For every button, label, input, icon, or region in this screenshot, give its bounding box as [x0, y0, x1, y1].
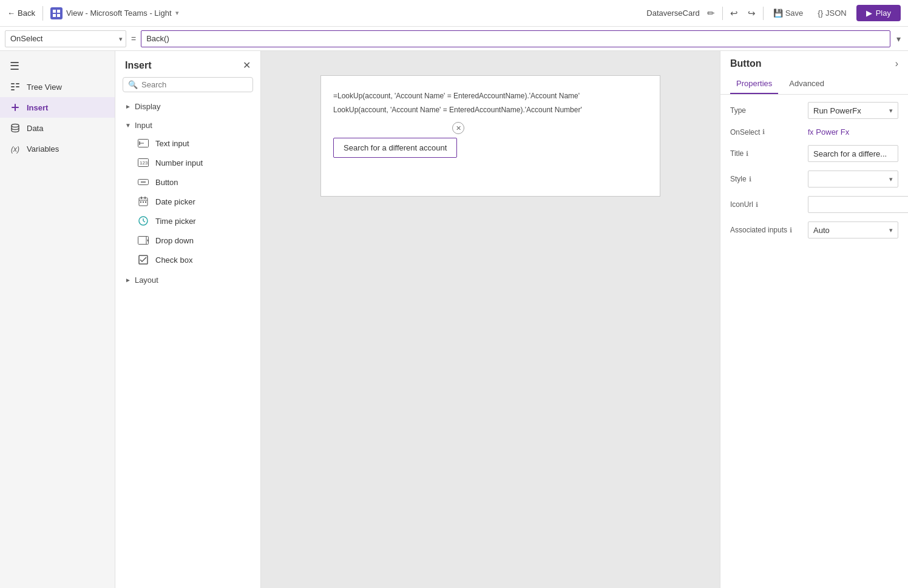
onselect-powerfx[interactable]: fx Power Fx [808, 127, 898, 137]
onselect-label: OnSelect ℹ [730, 128, 803, 137]
insert-text-input[interactable]: Text input [115, 133, 260, 153]
right-panel-tabs: Properties Advanced [720, 74, 908, 95]
svg-rect-24 [140, 201, 141, 203]
drop-down-icon: ▾ [137, 234, 149, 246]
title-input[interactable]: Search for a differe... [808, 145, 898, 162]
tab-advanced[interactable]: Advanced [783, 74, 830, 94]
play-button[interactable]: ▶ Play [856, 5, 901, 21]
insert-button[interactable]: Button [115, 172, 260, 192]
canvas-close-button[interactable]: ✕ [452, 122, 464, 134]
formulabar: OnSelect = ▾ [0, 27, 908, 51]
prop-row-style: Style ℹ ▾ [730, 171, 898, 188]
tree-view-icon [10, 81, 21, 92]
svg-rect-10 [12, 107, 19, 108]
topbar-divider [722, 7, 723, 20]
undo-button[interactable]: ↩ [728, 5, 740, 21]
associated-dropdown[interactable]: Auto ▾ [808, 221, 898, 238]
sidebar-item-data[interactable]: Data [0, 118, 115, 138]
redo-button[interactable]: ↪ [745, 5, 758, 21]
check-box-label: Check box [155, 255, 192, 265]
json-brace-icon: {} [818, 8, 823, 18]
svg-point-11 [12, 124, 19, 127]
associated-info-icon[interactable]: ℹ [790, 226, 792, 234]
variables-icon: (x) [10, 143, 21, 154]
layout-section-header[interactable]: ► Layout [115, 272, 260, 288]
svg-text:123: 123 [140, 160, 148, 166]
sidebar-label-data: Data [27, 124, 43, 133]
hamburger-menu[interactable]: ☰ [0, 56, 115, 76]
json-button[interactable]: {} JSON [813, 6, 851, 20]
left-sidebar: ☰ Tree View Insert Data (x) Variables [0, 51, 115, 588]
input-section: ▼ Input Text input 123 Number input [115, 117, 260, 269]
sidebar-item-tree-view[interactable]: Tree View [0, 76, 115, 97]
insert-date-picker[interactable]: Date picker [115, 192, 260, 211]
insert-icon [10, 102, 21, 113]
drop-down-label: Drop down [155, 236, 194, 245]
save-button[interactable]: 💾 Save [768, 6, 808, 20]
right-panel-title: Button [730, 58, 762, 69]
text-input-icon [137, 137, 149, 149]
powerfx-fx-icon: fx [808, 128, 813, 137]
insert-drop-down[interactable]: ▾ Drop down [115, 231, 260, 250]
topbar-right: DataverseCard ✏ ↩ ↪ 💾 Save {} JSON ▶ Pla… [646, 5, 901, 21]
sidebar-item-insert[interactable]: Insert [0, 97, 115, 118]
title-info-icon[interactable]: ℹ [746, 150, 748, 158]
insert-check-box[interactable]: Check box [115, 250, 260, 269]
insert-time-picker[interactable]: Time picker [115, 211, 260, 231]
associated-label: Associated inputs ℹ [730, 226, 803, 234]
insert-panel-close-button[interactable]: ✕ [243, 59, 251, 71]
button-icon [137, 176, 149, 188]
canvas-search-button[interactable]: Search for a different account [333, 138, 457, 158]
insert-panel-title: Insert [125, 60, 152, 71]
back-label: Back [18, 8, 35, 18]
date-picker-label: Date picker [155, 197, 195, 206]
display-chevron-icon: ► [125, 103, 131, 110]
save-label: Save [785, 8, 804, 18]
insert-panel: Insert ✕ 🔍 ► Display ▼ Input [115, 51, 261, 588]
style-dropdown[interactable]: ▾ [808, 171, 898, 188]
back-button[interactable]: ← Back [7, 8, 35, 18]
formula-expand-button[interactable]: ▾ [894, 34, 903, 44]
svg-rect-2 [53, 14, 56, 17]
formula-input[interactable] [141, 30, 890, 47]
svg-rect-0 [53, 10, 56, 13]
iconurl-input[interactable] [808, 196, 908, 213]
svg-rect-1 [57, 10, 60, 13]
iconurl-info-icon[interactable]: ℹ [756, 201, 758, 209]
svg-rect-7 [16, 83, 19, 84]
layout-section-label: Layout [135, 275, 158, 285]
display-section-header[interactable]: ► Display [115, 98, 260, 115]
right-panel-header: Button › [720, 51, 908, 69]
app-icon [50, 7, 63, 19]
app-dropdown-icon: ▾ [175, 9, 179, 17]
app-name-label: View - Microsoft Teams - Light [66, 8, 172, 18]
prop-row-associated: Associated inputs ℹ Auto ▾ [730, 221, 898, 238]
back-arrow-icon: ← [7, 8, 15, 18]
insert-panel-header: Insert ✕ [115, 51, 260, 77]
type-label: Type [730, 106, 803, 115]
time-picker-icon [137, 215, 149, 227]
type-dropdown[interactable]: Run PowerFx ▾ [808, 102, 898, 119]
style-info-icon[interactable]: ℹ [749, 175, 751, 183]
play-icon: ▶ [866, 8, 872, 18]
number-input-icon: 123 [137, 157, 149, 169]
sidebar-label-insert: Insert [27, 103, 48, 112]
property-selector-wrap: OnSelect [5, 30, 126, 47]
associated-dropdown-arrow: ▾ [889, 226, 893, 234]
app-selector[interactable]: View - Microsoft Teams - Light ▾ [50, 7, 179, 19]
input-section-header[interactable]: ▼ Input [115, 117, 260, 133]
tab-properties[interactable]: Properties [730, 74, 778, 94]
button-label: Button [155, 178, 178, 187]
search-input[interactable] [141, 80, 248, 89]
property-selector[interactable]: OnSelect [5, 30, 126, 47]
svg-rect-26 [145, 201, 146, 203]
search-icon: 🔍 [128, 80, 138, 89]
onselect-info-icon[interactable]: ℹ [762, 128, 765, 136]
insert-number-input[interactable]: 123 Number input [115, 153, 260, 172]
sidebar-item-variables[interactable]: (x) Variables [0, 138, 115, 159]
tab-properties-label: Properties [736, 79, 772, 88]
right-panel-expand-button[interactable]: › [895, 58, 898, 69]
canvas-area[interactable]: =LookUp(account, 'Account Name' = Entere… [261, 51, 720, 588]
prop-row-onselect: OnSelect ℹ fx Power Fx [730, 127, 898, 137]
edit-name-button[interactable]: ✏ [705, 5, 717, 21]
